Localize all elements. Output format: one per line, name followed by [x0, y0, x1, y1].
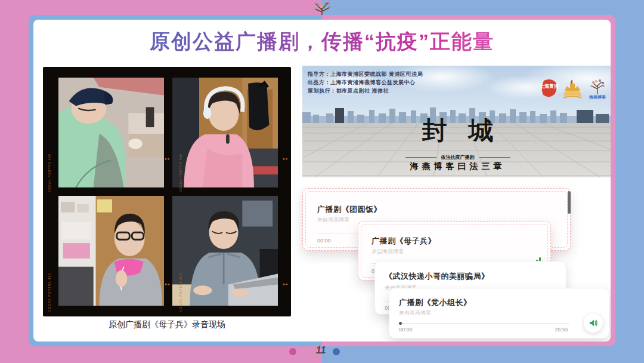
film-edge-label: KODAK PORTRA 400 [179, 121, 182, 192]
film-edge-label: KODAK PORTRA 400 [179, 240, 182, 312]
time-current: 00:00 [399, 327, 413, 333]
subtitle-rule-right [479, 157, 510, 158]
player-source: 来自海燕博客 [317, 216, 349, 224]
lockdown-poster-banner: 指导方：上海市黄浦区委统战部 黄浦区司法局 出品方：上海市黄浦海燕博客公益发展中… [302, 66, 611, 177]
svg-text:海燕博客: 海燕博客 [589, 94, 606, 100]
city-building-logo [562, 79, 583, 100]
poster-title: 封城 [302, 118, 611, 143]
progress-bar[interactable] [399, 323, 569, 324]
credit-line-2: 出品方：上海市黄浦海燕博客公益发展中心 [308, 78, 423, 87]
photo-collage-filmstrip: KODAK PORTRA 400 KODAK PORTRA 400 KODAK … [43, 67, 291, 316]
poster-subtitle-row: 依法抗疫广播剧 [302, 154, 611, 161]
svg-text:上海黄浦: 上海黄浦 [540, 84, 558, 89]
poster-subtitle: 依法抗疫广播剧 [441, 154, 475, 161]
photo-woman-glasses [58, 196, 164, 306]
page-number: 11 [310, 345, 332, 356]
film-sprocket-mark: ▸▸ [165, 156, 171, 161]
subtitle-rule-left [405, 157, 436, 158]
audio-player-dangxiaozuzhang[interactable]: 广播剧《党小组长》 来自海燕博客 00:00 25:55 [389, 288, 609, 339]
player-source: 来自海燕博客 [399, 309, 431, 317]
photo-man-in-cap [58, 78, 164, 187]
photo-caption: 原创广播剧《母子兵》录音现场 [43, 319, 291, 330]
player-title: 广播剧《团圆饭》 [317, 204, 382, 215]
player-title: 广播剧《党小组长》 [399, 297, 472, 308]
footer-dot-blue [333, 348, 340, 355]
progress-handle[interactable] [399, 322, 402, 325]
time-duration: 25:55 [555, 327, 568, 333]
photo-woman-headphones [172, 78, 278, 187]
film-edge-label: KODAK PORTRA 400 [48, 121, 51, 192]
poster-logos: 上海黄浦 海燕博客 [540, 79, 608, 100]
player-title: 广播剧《母子兵》 [371, 236, 436, 247]
player-title: 《武汉快递小哥的美丽骗局》 [385, 271, 490, 282]
film-sprocket-mark: ▸▸ [283, 156, 289, 161]
slide-card: 原创公益广播剧，传播“抗疫”正能量 [33, 20, 611, 342]
haiyan-blog-tree-logo: 海燕博客 [587, 79, 608, 100]
film-sprocket-mark: ▸▸ [165, 282, 171, 287]
page-title: 原创公益广播剧，传播“抗疫”正能量 [33, 28, 611, 56]
credit-line-3: 策划执行：都市原点剧社 海律社 [308, 87, 423, 95]
photo-man-at-laptop [172, 196, 278, 306]
footer-dot-pink [289, 348, 296, 355]
shanghai-huangpu-seal-logo: 上海黄浦 [540, 79, 558, 100]
embedded-scrollbar-thumb[interactable] [568, 191, 571, 214]
film-edge-label: KODAK PORTRA 400 [48, 240, 51, 312]
player-source: 来自海燕博客 [371, 248, 404, 256]
credit-line-1: 指导方：上海市黄浦区委统战部 黄浦区司法局 [308, 70, 423, 78]
poster-tagline: 海燕博客曰法三章 [302, 161, 611, 172]
poster-credits: 指导方：上海市黄浦区委统战部 黄浦区司法局 出品方：上海市黄浦海燕博客公益发展中… [308, 70, 423, 95]
speaker-icon[interactable] [584, 313, 603, 333]
time-current: 00:00 [317, 238, 331, 244]
film-sprocket-mark: ▸▸ [283, 282, 289, 287]
